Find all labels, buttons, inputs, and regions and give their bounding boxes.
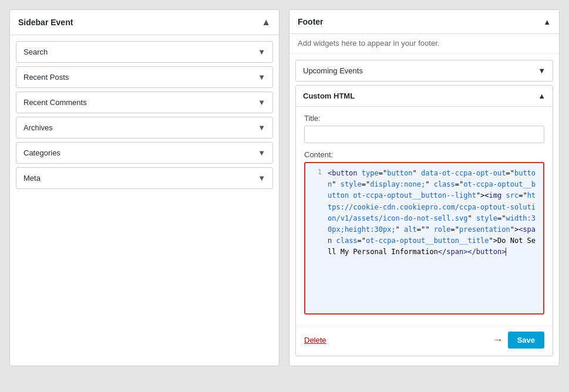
chevron-down-icon: ▼ (258, 48, 265, 56)
upcoming-events-label: Upcoming Events (303, 66, 363, 75)
title-input[interactable] (304, 126, 544, 143)
code-editor: 1 <button type="button" data-ot-ccpa-opt… (304, 162, 544, 315)
footer-collapse-icon[interactable]: ▲ (543, 18, 551, 26)
footer-panel: Footer ▲ Add widgets here to appear in y… (289, 9, 560, 366)
sidebar-widget-label: Archives (23, 123, 53, 132)
sidebar-widget-item-archives[interactable]: Archives▼ (16, 117, 273, 138)
footer-subtitle: Add widgets here to appear in your foote… (289, 34, 559, 54)
custom-html-body: Title: Content: 1 <button type="button" … (296, 107, 553, 322)
sidebar-widget-label: Search (23, 48, 48, 56)
chevron-down-icon: ▼ (258, 98, 265, 107)
sidebar-event-header: Sidebar Event ▲ (10, 10, 279, 35)
sidebar-widget-item-search[interactable]: Search▼ (16, 41, 273, 63)
line-numbers: 1 (310, 168, 322, 309)
code-content[interactable]: <button type="button" data-ot-ccpa-opt-o… (328, 168, 538, 309)
sidebar-widget-item-meta[interactable]: Meta▼ (16, 167, 273, 189)
sidebar-event-panel: Sidebar Event ▲ Search▼Recent Posts▼Rece… (9, 9, 280, 366)
sidebar-event-title: Sidebar Event (18, 18, 73, 27)
footer-title: Footer (298, 17, 324, 26)
sidebar-event-collapse-icon[interactable]: ▲ (261, 17, 271, 28)
arrow-right-icon: → (493, 334, 503, 346)
chevron-down-icon: ▼ (258, 148, 265, 157)
line-number-1: 1 (310, 168, 322, 176)
sidebar-widget-item-recent-posts[interactable]: Recent Posts▼ (16, 66, 273, 88)
chevron-down-icon: ▼ (258, 123, 265, 132)
save-button[interactable]: Save (508, 332, 544, 349)
sidebar-widget-label: Recent Comments (23, 98, 87, 107)
chevron-down-icon: ▼ (258, 73, 265, 82)
sidebar-widget-list: Search▼Recent Posts▼Recent Comments▼Arch… (10, 35, 279, 195)
footer-widget-list: Upcoming Events ▼ Custom HTML ▲ Title: C… (289, 54, 559, 366)
footer-header: Footer ▲ (289, 10, 559, 34)
sidebar-widget-label: Meta (23, 174, 41, 183)
custom-html-collapse-icon: ▲ (538, 92, 546, 100)
content-label: Content: (304, 150, 544, 159)
sidebar-widget-label: Recent Posts (23, 73, 69, 82)
sidebar-widget-item-recent-comments[interactable]: Recent Comments▼ (16, 92, 273, 113)
delete-button[interactable]: Delete (304, 336, 326, 344)
custom-html-widget: Custom HTML ▲ Title: Content: 1 <button … (295, 85, 553, 356)
custom-html-title: Custom HTML (303, 92, 355, 100)
sidebar-widget-label: Categories (23, 148, 60, 157)
upcoming-events-widget[interactable]: Upcoming Events ▼ (295, 60, 553, 82)
widget-footer: Delete → Save (296, 325, 553, 356)
save-area: → Save (493, 332, 544, 349)
title-label: Title: (304, 114, 544, 123)
upcoming-events-chevron-down-icon: ▼ (538, 66, 546, 75)
chevron-down-icon: ▼ (258, 174, 265, 183)
custom-html-header[interactable]: Custom HTML ▲ (296, 86, 553, 107)
sidebar-widget-item-categories[interactable]: Categories▼ (16, 142, 273, 164)
